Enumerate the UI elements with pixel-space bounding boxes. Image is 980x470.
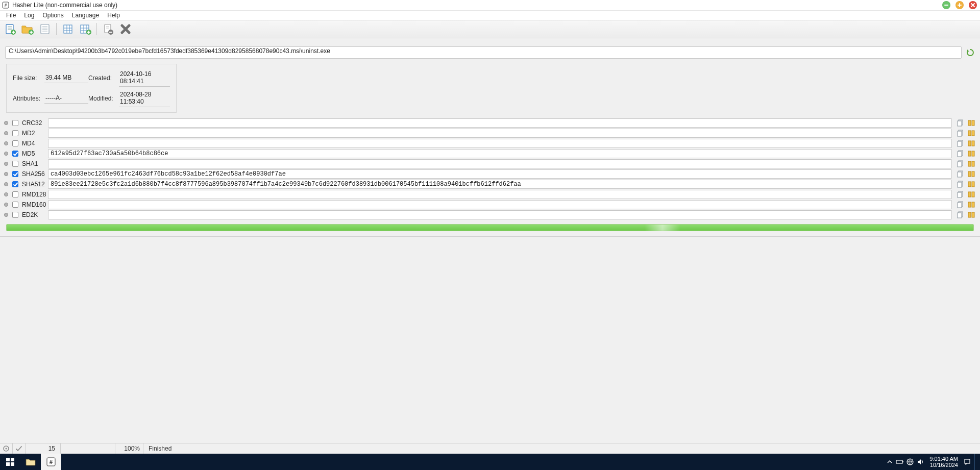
svg-rect-17	[41, 24, 49, 34]
copy-button[interactable]	[956, 149, 965, 158]
log-button[interactable]	[37, 22, 53, 36]
compare-button[interactable]	[967, 139, 976, 148]
svg-rect-52	[968, 141, 971, 146]
svg-rect-76	[968, 202, 971, 207]
svg-rect-63	[958, 172, 962, 177]
copy-button[interactable]	[956, 118, 965, 128]
hash-checkbox-sha512[interactable]	[12, 181, 18, 187]
file-size-value: 39.44 MB	[44, 73, 88, 83]
compare-button[interactable]	[967, 190, 976, 199]
hash-list: CRC32MD2MD4MD5612a95d27f63ac730a5a50b64b…	[4, 118, 976, 220]
hash-checkbox-sha256[interactable]	[12, 171, 18, 177]
remove-file-button[interactable]	[100, 22, 116, 36]
svg-rect-56	[968, 151, 971, 156]
menu-bar: File Log Options Language Help	[0, 11, 980, 20]
hash-label: MD4	[22, 140, 35, 147]
close-button[interactable]	[969, 1, 977, 9]
hash-checkbox-ed2k[interactable]	[12, 212, 18, 218]
taskbar-hasher-button[interactable]: #	[41, 454, 61, 470]
hash-checkbox-crc32[interactable]	[12, 120, 18, 126]
compare-button[interactable]	[967, 180, 976, 189]
menu-log[interactable]: Log	[20, 11, 38, 19]
add-folder-button[interactable]	[19, 22, 36, 36]
copy-button[interactable]	[956, 169, 965, 179]
taskbar-explorer-button[interactable]	[20, 454, 41, 470]
hash-row-ed2k: ED2K	[4, 210, 976, 220]
status-dot	[4, 121, 8, 125]
hash-value-ed2k[interactable]	[48, 210, 952, 219]
tray-chevron-up-icon[interactable]	[885, 454, 895, 470]
tray-volume-icon[interactable]	[915, 454, 925, 470]
tray-network-icon[interactable]	[905, 454, 915, 470]
copy-button[interactable]	[956, 159, 965, 168]
hash-value-crc32[interactable]	[48, 118, 952, 128]
taskbar: # 9:01:40 AM 10/16/2024	[0, 454, 980, 470]
hash-value-rmd160[interactable]	[48, 200, 952, 209]
compare-button[interactable]	[967, 200, 976, 209]
hash-checkbox-md5[interactable]	[12, 151, 18, 157]
status-dot	[4, 152, 8, 156]
compare-button[interactable]	[967, 118, 976, 128]
menu-options[interactable]: Options	[38, 11, 67, 19]
grid-button[interactable]	[60, 22, 76, 36]
start-button[interactable]	[0, 454, 20, 470]
minimize-button[interactable]	[942, 1, 950, 9]
menu-language[interactable]: Language	[68, 11, 103, 19]
svg-rect-94	[965, 459, 970, 463]
refresh-button[interactable]	[966, 48, 975, 57]
svg-rect-53	[972, 141, 974, 146]
tray-notifications-icon[interactable]	[962, 454, 972, 470]
svg-rect-43	[958, 121, 962, 126]
taskbar-clock[interactable]: 9:01:40 AM 10/16/2024	[925, 456, 962, 468]
svg-rect-85	[11, 458, 14, 461]
gear-icon[interactable]	[2, 444, 10, 453]
compare-button[interactable]	[967, 169, 976, 179]
compare-button[interactable]	[967, 210, 976, 219]
hash-value-sha256[interactable]: ca4003d03ebc1265e961fc2463df76bcd58c93a1…	[48, 169, 952, 179]
check-icon[interactable]	[15, 444, 23, 453]
hash-checkbox-sha1[interactable]	[12, 161, 18, 167]
status-dot	[4, 172, 8, 176]
toolbar-separator	[56, 23, 57, 35]
hash-value-md4[interactable]	[48, 139, 952, 148]
hash-label: SHA512	[22, 181, 45, 188]
hash-label: MD5	[22, 150, 35, 157]
copy-button[interactable]	[956, 210, 965, 219]
hash-value-md2[interactable]	[48, 129, 952, 138]
hash-value-sha1[interactable]	[48, 159, 952, 168]
copy-button[interactable]	[956, 190, 965, 199]
hash-checkbox-md4[interactable]	[12, 140, 18, 146]
hash-checkbox-rmd160[interactable]	[12, 202, 18, 208]
svg-rect-86	[6, 462, 10, 466]
show-desktop-button[interactable]	[974, 454, 978, 470]
svg-rect-84	[6, 458, 10, 461]
menu-help[interactable]: Help	[103, 11, 124, 19]
add-file-button[interactable]	[2, 22, 18, 36]
modified-value: 2024-08-28 11:53:40	[119, 90, 170, 107]
hash-checkbox-rmd128[interactable]	[12, 191, 18, 197]
hash-label: CRC32	[22, 119, 42, 127]
compare-button[interactable]	[967, 149, 976, 158]
copy-button[interactable]	[956, 139, 965, 148]
copy-button[interactable]	[956, 180, 965, 189]
hash-value-sha512[interactable]: 891e83ee21728e5c3fc2a1d6b880b7f4cc8f8777…	[48, 180, 952, 189]
created-label: Created:	[88, 75, 119, 82]
clear-button[interactable]	[117, 22, 134, 36]
attributes-value: -----A-	[44, 93, 88, 104]
grid-add-button[interactable]	[77, 22, 93, 36]
maximize-button[interactable]	[955, 1, 964, 9]
hash-checkbox-md2[interactable]	[12, 130, 18, 136]
hash-row-sha256: SHA256ca4003d03ebc1265e961fc2463df76bcd5…	[4, 169, 976, 179]
hash-value-rmd128[interactable]	[48, 190, 952, 199]
menu-file[interactable]: File	[2, 11, 20, 19]
hash-value-md5[interactable]: 612a95d27f63ac730a5a50b64b8c86ce	[48, 149, 952, 158]
svg-rect-48	[968, 131, 971, 136]
svg-text:#: #	[5, 3, 7, 8]
compare-button[interactable]	[967, 129, 976, 138]
file-path-input[interactable]: C:\Users\Admin\Desktop\94200b3b4792c019e…	[5, 46, 962, 59]
copy-button[interactable]	[956, 200, 965, 209]
tray-battery-icon[interactable]	[895, 454, 905, 470]
copy-button[interactable]	[956, 129, 965, 138]
svg-rect-68	[968, 182, 971, 187]
compare-button[interactable]	[967, 159, 976, 168]
